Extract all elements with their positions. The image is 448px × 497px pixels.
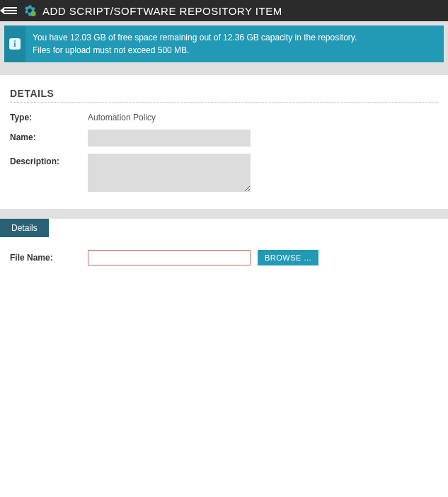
details-heading: DETAILS: [10, 88, 438, 103]
info-line-1: You have 12.03 GB of free space remainin…: [33, 31, 357, 44]
name-label: Name:: [10, 130, 88, 142]
type-row: Type: Automation Policy: [10, 110, 438, 122]
info-icon: i: [4, 25, 25, 62]
blank-area: [0, 278, 448, 497]
divider: [0, 210, 448, 218]
name-row: Name:: [10, 130, 438, 147]
gear-icon[interactable]: [23, 4, 37, 18]
details-panel: DETAILS Type: Automation Policy Name: De…: [0, 75, 448, 210]
file-name-input[interactable]: [88, 250, 251, 265]
info-banner: i You have 12.03 GB of free space remain…: [4, 25, 444, 62]
page-title: ADD SCRIPT/SOFTWARE REPOSITORY ITEM: [42, 5, 282, 17]
menu-toggle-icon[interactable]: [4, 6, 17, 16]
browse-button[interactable]: BROWSE ...: [258, 250, 318, 265]
file-row: File Name: BROWSE ...: [0, 237, 448, 278]
divider: [0, 67, 448, 75]
description-row: Description:: [10, 154, 438, 192]
title-bar: ADD SCRIPT/SOFTWARE REPOSITORY ITEM: [0, 0, 448, 21]
name-input[interactable]: [88, 130, 251, 147]
info-strip: i You have 12.03 GB of free space remain…: [0, 21, 448, 67]
file-name-label: File Name:: [10, 253, 88, 263]
file-panel: Details File Name: BROWSE ...: [0, 218, 448, 497]
tabs: Details: [0, 219, 448, 237]
description-label: Description:: [10, 154, 88, 166]
info-line-2: Files for upload must not exceed 500 MB.: [33, 44, 357, 57]
tab-details[interactable]: Details: [0, 219, 49, 237]
type-value: Automation Policy: [88, 110, 156, 122]
type-label: Type:: [10, 110, 88, 122]
description-input[interactable]: [88, 154, 251, 192]
info-text: You have 12.03 GB of free space remainin…: [25, 25, 364, 62]
